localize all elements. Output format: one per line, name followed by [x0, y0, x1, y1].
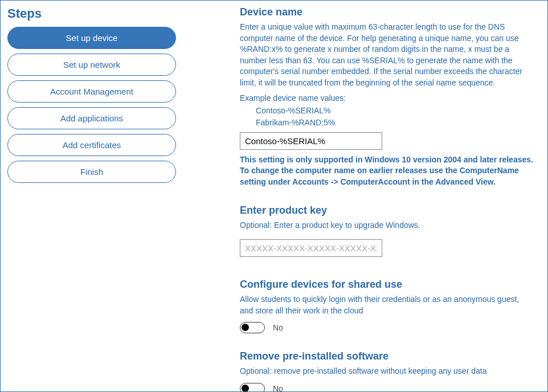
device-name-title: Device name: [240, 6, 534, 18]
step-add-applications[interactable]: Add applications: [7, 107, 176, 129]
shared-use-toggle[interactable]: [240, 322, 265, 333]
step-account-management[interactable]: Account Management: [7, 80, 176, 103]
steps-title: Steps: [7, 6, 176, 21]
shared-use-toggle-label: No: [273, 323, 283, 332]
device-name-example-1: Contoso-%SERIAL%: [256, 105, 534, 117]
toggle-knob: [242, 385, 249, 391]
toggle-knob: [242, 324, 249, 331]
device-name-example-2: Fabrikam-%RAND:5%: [256, 117, 534, 129]
product-key-section: Enter product key Optional: Enter a prod…: [240, 205, 534, 262]
step-set-up-device[interactable]: Set up device: [7, 27, 176, 49]
step-add-certificates[interactable]: Add certificates: [7, 134, 176, 156]
step-finish[interactable]: Finish: [7, 161, 176, 183]
remove-software-section: Remove pre-installed software Optional: …: [240, 350, 534, 391]
device-name-section: Device name Enter a unique value with ma…: [240, 6, 534, 187]
device-name-description: Enter a unique value with maximum 63-cha…: [240, 22, 534, 89]
device-name-input[interactable]: [240, 132, 382, 150]
shared-use-title: Configure devices for shared use: [240, 279, 534, 291]
main-content: Device name Enter a unique value with ma…: [183, 1, 547, 391]
remove-software-toggle[interactable]: [240, 383, 265, 391]
remove-software-toggle-label: No: [273, 384, 283, 391]
remove-software-description: Optional: remove pre-installed software …: [240, 366, 534, 377]
product-key-input[interactable]: [240, 239, 382, 257]
product-key-description: Optional: Enter a product key to upgrade…: [240, 220, 534, 231]
shared-use-toggle-row: No: [240, 322, 534, 333]
remove-software-title: Remove pre-installed software: [240, 350, 534, 362]
device-name-example-label: Example device name values:: [240, 93, 534, 103]
steps-sidebar: Steps Set up device Set up network Accou…: [1, 1, 183, 391]
remove-software-toggle-row: No: [240, 383, 534, 391]
shared-use-section: Configure devices for shared use Allow s…: [240, 279, 534, 333]
shared-use-description: Allow students to quickly login with the…: [240, 294, 534, 316]
device-name-warning: This setting is only supported in Window…: [240, 154, 534, 188]
product-key-title: Enter product key: [240, 205, 534, 217]
step-set-up-network[interactable]: Set up network: [7, 54, 176, 76]
